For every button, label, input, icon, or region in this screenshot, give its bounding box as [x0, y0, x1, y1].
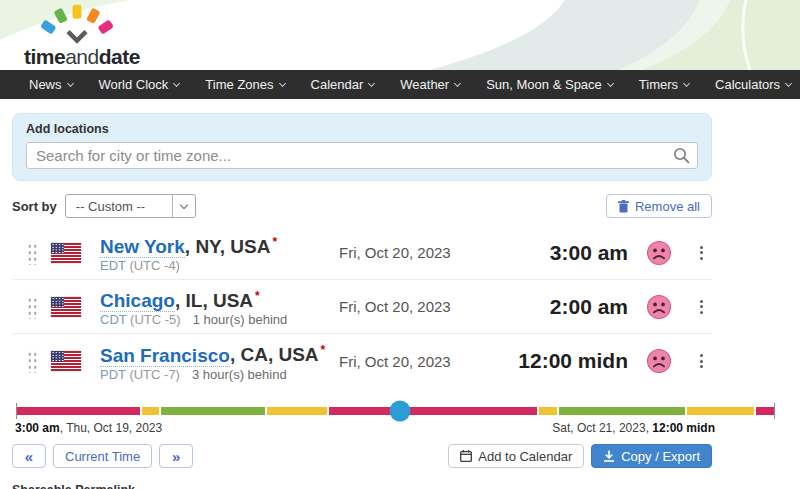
city-link[interactable]: New York	[100, 236, 185, 258]
sad-face-icon	[637, 294, 681, 320]
nav-item-news[interactable]: News	[16, 70, 86, 99]
row-time: 2:00 am	[476, 295, 628, 319]
add-to-calendar-button[interactable]: Add to Calendar	[448, 444, 584, 468]
step-forward-button[interactable]: »	[159, 444, 193, 468]
row-menu-kebab-icon[interactable]	[690, 296, 712, 318]
timezone-abbr: PDT	[100, 367, 126, 382]
timeline-segment-transition[interactable]	[265, 407, 327, 415]
timeline-segment-night[interactable]	[17, 407, 140, 415]
add-locations-panel: Add locations	[12, 113, 712, 181]
usa-flag-icon	[51, 243, 81, 263]
timeline-end-label: Sat, Oct 21, 2023, 12:00 midn	[552, 421, 715, 435]
calendar-icon	[460, 450, 472, 462]
chevron-down-icon	[173, 79, 180, 86]
usa-flag-icon	[51, 297, 81, 317]
trash-icon	[618, 200, 629, 213]
drag-handle-icon[interactable]	[26, 295, 37, 319]
drag-handle-icon[interactable]	[26, 241, 37, 265]
dst-footnote-marker: *	[272, 235, 277, 249]
copy-export-button[interactable]: Copy / Export	[591, 444, 712, 468]
remove-all-button[interactable]: Remove all	[606, 194, 712, 218]
timeline-segment-transition[interactable]	[685, 407, 755, 415]
relative-offset: 3 hour(s) behind	[192, 367, 287, 382]
nav-item-calculators[interactable]: Calculators	[702, 70, 800, 99]
city-title: New York, NY, USA*	[100, 231, 330, 258]
sad-face-icon	[637, 348, 681, 374]
chevron-down-icon	[66, 79, 73, 86]
dst-footnote-marker: *	[321, 343, 326, 357]
download-icon	[603, 450, 615, 462]
row-menu-kebab-icon[interactable]	[690, 242, 712, 264]
sort-select-value: -- Custom --	[66, 195, 155, 217]
logo-wordmark: timeanddate	[24, 45, 142, 69]
timeline-segment-night[interactable]	[754, 407, 774, 415]
nav-item-world-clock[interactable]: World Clock	[86, 70, 193, 99]
row-date: Fri, Oct 20, 2023	[339, 353, 467, 370]
drag-handle-icon[interactable]	[26, 349, 37, 373]
location-row-new-york: New York, NY, USA* EDT (UTC -4) Fri, Oct…	[12, 226, 712, 280]
step-back-button[interactable]: «	[12, 444, 46, 468]
sort-by-label: Sort by	[12, 199, 57, 214]
utc-offset: (UTC -4)	[129, 258, 180, 273]
timezone-abbr: CDT	[100, 312, 126, 327]
search-icon	[673, 147, 690, 164]
time-slider	[17, 407, 774, 415]
row-time: 12:00 midn	[476, 349, 628, 373]
timeline-handle[interactable]	[390, 401, 411, 422]
location-row-san-francisco: San Francisco, CA, USA* PDT (UTC -7)3 ho…	[12, 334, 712, 388]
location-search-input[interactable]	[26, 142, 698, 169]
city-title: San Francisco, CA, USA*	[100, 339, 330, 366]
row-time: 3:00 am	[476, 241, 628, 265]
shareable-permalink-section: Shareable Permalink Use selected time Co…	[12, 483, 712, 489]
chevron-down-icon	[683, 79, 690, 86]
nav-item-calendar[interactable]: Calendar	[298, 70, 388, 99]
site-header: timeanddate	[0, 0, 800, 70]
chevron-down-icon	[607, 79, 614, 86]
chevron-down-icon	[172, 195, 195, 217]
city-link[interactable]: San Francisco	[100, 345, 230, 367]
locations-list: New York, NY, USA* EDT (UTC -4) Fri, Oct…	[12, 226, 712, 388]
chevron-down-icon	[278, 79, 285, 86]
utc-offset: (UTC -5)	[130, 312, 181, 327]
chevron-down-icon	[454, 79, 461, 86]
timezone-abbr: EDT	[100, 258, 126, 273]
dst-footnote-marker: *	[255, 289, 260, 303]
row-menu-kebab-icon[interactable]	[690, 350, 712, 372]
current-time-button[interactable]: Current Time	[53, 444, 152, 468]
city-title: Chicago, IL, USA*	[100, 285, 330, 312]
row-date: Fri, Oct 20, 2023	[339, 298, 467, 315]
nav-item-weather[interactable]: Weather	[387, 70, 473, 99]
timeline-segment-transition[interactable]	[140, 407, 160, 415]
timeline-segment-night[interactable]	[327, 407, 537, 415]
timeline-segment-transition[interactable]	[537, 407, 557, 415]
timeline-segment-business[interactable]	[557, 407, 685, 415]
utc-offset: (UTC -7)	[129, 367, 180, 382]
sad-face-icon	[637, 240, 681, 266]
timeline-start-label: 3:00 am, Thu, Oct 19, 2023	[15, 421, 162, 435]
row-date: Fri, Oct 20, 2023	[339, 244, 467, 261]
nav-item-time-zones[interactable]: Time Zones	[192, 70, 297, 99]
location-row-chicago: Chicago, IL, USA* CDT (UTC -5)1 hour(s) …	[12, 280, 712, 334]
nav-item-timers[interactable]: Timers	[626, 70, 702, 99]
main-nav: News World Clock Time Zones Calendar Wea…	[0, 70, 800, 99]
chevron-down-icon	[368, 79, 375, 86]
header-swoosh-right	[380, 0, 800, 70]
permalink-label: Shareable Permalink	[12, 483, 712, 489]
add-locations-label: Add locations	[26, 122, 698, 136]
usa-flag-icon	[51, 351, 81, 371]
city-link[interactable]: Chicago	[100, 290, 175, 312]
nav-item-sun-moon-space[interactable]: Sun, Moon & Space	[473, 70, 626, 99]
chevron-down-icon	[785, 79, 792, 86]
timeline-segment-business[interactable]	[159, 407, 265, 415]
relative-offset: 1 hour(s) behind	[193, 312, 288, 327]
logo-fan-icon	[22, 4, 132, 48]
sort-select[interactable]: -- Custom --	[65, 194, 196, 218]
timeanddate-logo[interactable]: timeanddate	[22, 4, 142, 69]
